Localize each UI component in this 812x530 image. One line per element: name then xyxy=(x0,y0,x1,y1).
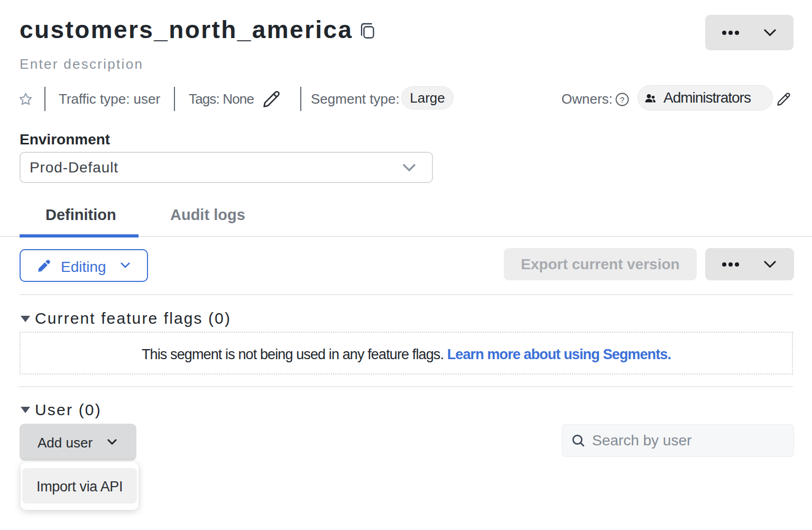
svg-text:?: ? xyxy=(620,95,624,104)
